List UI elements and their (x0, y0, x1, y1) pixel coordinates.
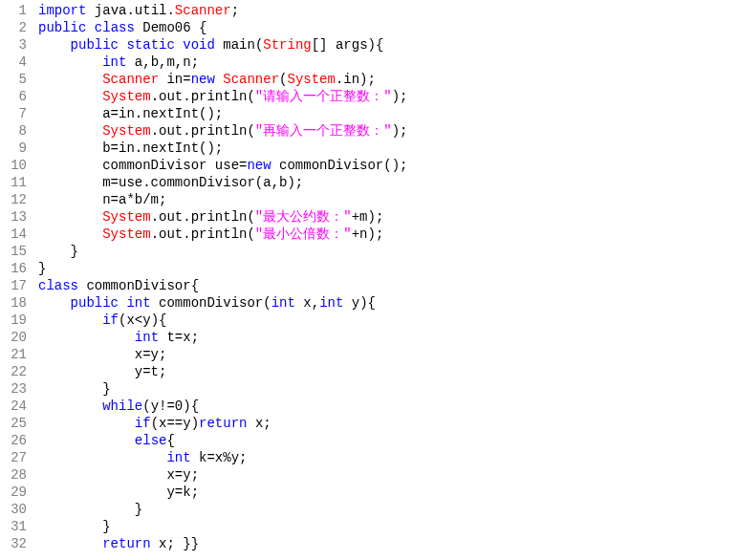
line-number: 30 (0, 501, 27, 518)
line-number: 10 (0, 157, 27, 174)
line-number: 6 (0, 88, 27, 105)
line-number: 28 (0, 466, 27, 484)
code-line: } (38, 518, 738, 535)
line-number: 31 (0, 518, 27, 535)
line-number: 12 (0, 191, 27, 208)
code-line: } (38, 380, 738, 398)
code-line: m=use.commonDivisor(a,b); (38, 174, 738, 191)
line-number: 18 (0, 294, 27, 312)
line-number: 3 (0, 36, 27, 54)
code-editor: 1234567891011121314151617181920212223242… (0, 0, 738, 554)
line-number: 4 (0, 54, 27, 71)
code-line: public int commonDivisor(int x,int y){ (38, 294, 738, 312)
code-line: while(y!=0){ (38, 398, 738, 415)
line-number: 7 (0, 105, 27, 122)
line-number: 29 (0, 484, 27, 501)
code-line: if(x==y)return x; (38, 415, 738, 432)
code-line: n=a*b/m; (38, 191, 738, 208)
code-line: } (38, 260, 738, 277)
line-number: 2 (0, 19, 27, 36)
line-number: 9 (0, 140, 27, 157)
line-number: 11 (0, 174, 27, 191)
code-line: y=t; (38, 363, 738, 380)
code-line: x=y; (38, 346, 738, 363)
code-line: else{ (38, 432, 738, 449)
code-line: public class Demo06 { (38, 19, 738, 36)
line-number: 27 (0, 449, 27, 466)
line-number: 19 (0, 312, 27, 329)
code-line: System.out.println("再输入一个正整数："); (38, 122, 738, 140)
code-line: if(x<y){ (38, 312, 738, 329)
code-line: System.out.println("请输入一个正整数："); (38, 88, 738, 105)
code-line: int k=x%y; (38, 449, 738, 466)
line-number: 5 (0, 71, 27, 88)
code-area: import java.util.Scanner;public class De… (33, 0, 738, 554)
line-number: 25 (0, 415, 27, 432)
line-number: 32 (0, 535, 27, 552)
line-number: 15 (0, 243, 27, 260)
line-number: 20 (0, 329, 27, 346)
code-line: class commonDivisor{ (38, 277, 738, 294)
code-line: y=k; (38, 484, 738, 501)
code-line: Scanner in=new Scanner(System.in); (38, 71, 738, 88)
code-line: commonDivisor use=new commonDivisor(); (38, 157, 738, 174)
code-line: b=in.nextInt(); (38, 140, 738, 157)
line-number: 16 (0, 260, 27, 277)
line-number-gutter: 1234567891011121314151617181920212223242… (0, 0, 33, 554)
code-line: x=y; (38, 466, 738, 484)
code-line: int t=x; (38, 329, 738, 346)
code-line: return x; }} (38, 535, 738, 552)
line-number: 14 (0, 226, 27, 243)
line-number: 13 (0, 208, 27, 226)
line-number: 1 (0, 2, 27, 19)
line-number: 21 (0, 346, 27, 363)
line-number: 22 (0, 363, 27, 380)
code-line: } (38, 243, 738, 260)
line-number: 23 (0, 380, 27, 398)
code-line: System.out.println("最大公约数："+m); (38, 208, 738, 226)
line-number: 17 (0, 277, 27, 294)
line-number: 8 (0, 122, 27, 140)
code-line: } (38, 501, 738, 518)
code-line: public static void main(String[] args){ (38, 36, 738, 54)
line-number: 24 (0, 398, 27, 415)
line-number: 26 (0, 432, 27, 449)
code-line: int a,b,m,n; (38, 54, 738, 71)
code-line: a=in.nextInt(); (38, 105, 738, 122)
code-line: System.out.println("最小公倍数："+n); (38, 226, 738, 243)
code-line: import java.util.Scanner; (38, 2, 738, 19)
